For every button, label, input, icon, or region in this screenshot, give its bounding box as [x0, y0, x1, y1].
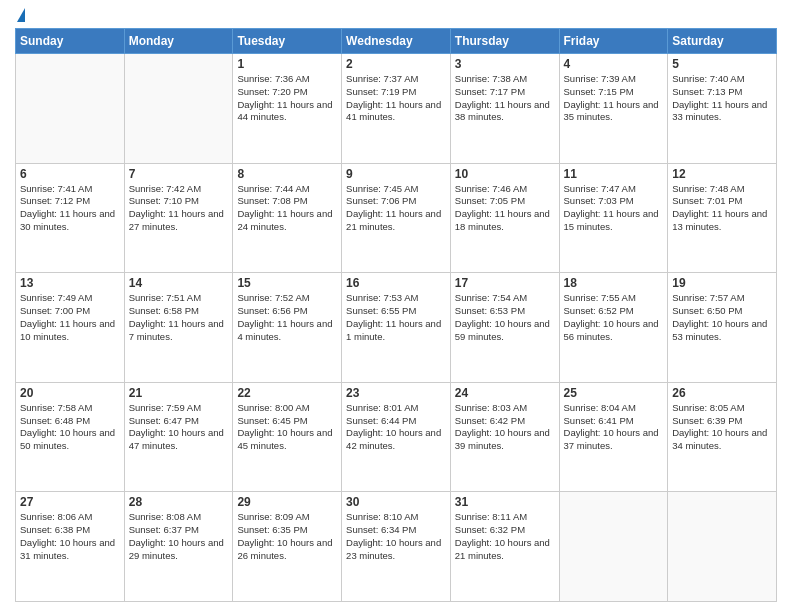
calendar-cell: 26Sunrise: 8:05 AM Sunset: 6:39 PM Dayli…	[668, 382, 777, 492]
day-info: Sunrise: 8:10 AM Sunset: 6:34 PM Dayligh…	[346, 511, 446, 562]
calendar-cell: 3Sunrise: 7:38 AM Sunset: 7:17 PM Daylig…	[450, 54, 559, 164]
calendar-cell	[124, 54, 233, 164]
week-row-5: 27Sunrise: 8:06 AM Sunset: 6:38 PM Dayli…	[16, 492, 777, 602]
calendar-cell	[16, 54, 125, 164]
day-info: Sunrise: 7:47 AM Sunset: 7:03 PM Dayligh…	[564, 183, 664, 234]
header-row: SundayMondayTuesdayWednesdayThursdayFrid…	[16, 29, 777, 54]
calendar-cell: 4Sunrise: 7:39 AM Sunset: 7:15 PM Daylig…	[559, 54, 668, 164]
day-info: Sunrise: 8:08 AM Sunset: 6:37 PM Dayligh…	[129, 511, 229, 562]
day-info: Sunrise: 7:45 AM Sunset: 7:06 PM Dayligh…	[346, 183, 446, 234]
calendar-cell	[668, 492, 777, 602]
day-number: 20	[20, 386, 120, 400]
calendar-cell: 7Sunrise: 7:42 AM Sunset: 7:10 PM Daylig…	[124, 163, 233, 273]
day-number: 18	[564, 276, 664, 290]
calendar-cell: 23Sunrise: 8:01 AM Sunset: 6:44 PM Dayli…	[342, 382, 451, 492]
calendar-cell: 5Sunrise: 7:40 AM Sunset: 7:13 PM Daylig…	[668, 54, 777, 164]
day-info: Sunrise: 7:37 AM Sunset: 7:19 PM Dayligh…	[346, 73, 446, 124]
day-number: 14	[129, 276, 229, 290]
day-number: 5	[672, 57, 772, 71]
day-info: Sunrise: 7:58 AM Sunset: 6:48 PM Dayligh…	[20, 402, 120, 453]
calendar-cell: 11Sunrise: 7:47 AM Sunset: 7:03 PM Dayli…	[559, 163, 668, 273]
calendar-cell: 13Sunrise: 7:49 AM Sunset: 7:00 PM Dayli…	[16, 273, 125, 383]
col-header-tuesday: Tuesday	[233, 29, 342, 54]
week-row-2: 6Sunrise: 7:41 AM Sunset: 7:12 PM Daylig…	[16, 163, 777, 273]
day-info: Sunrise: 7:54 AM Sunset: 6:53 PM Dayligh…	[455, 292, 555, 343]
col-header-saturday: Saturday	[668, 29, 777, 54]
day-info: Sunrise: 7:36 AM Sunset: 7:20 PM Dayligh…	[237, 73, 337, 124]
week-row-4: 20Sunrise: 7:58 AM Sunset: 6:48 PM Dayli…	[16, 382, 777, 492]
calendar-cell: 31Sunrise: 8:11 AM Sunset: 6:32 PM Dayli…	[450, 492, 559, 602]
calendar-table: SundayMondayTuesdayWednesdayThursdayFrid…	[15, 28, 777, 602]
day-info: Sunrise: 8:04 AM Sunset: 6:41 PM Dayligh…	[564, 402, 664, 453]
week-row-1: 1Sunrise: 7:36 AM Sunset: 7:20 PM Daylig…	[16, 54, 777, 164]
logo	[15, 10, 25, 22]
calendar-cell: 8Sunrise: 7:44 AM Sunset: 7:08 PM Daylig…	[233, 163, 342, 273]
calendar-cell: 15Sunrise: 7:52 AM Sunset: 6:56 PM Dayli…	[233, 273, 342, 383]
col-header-friday: Friday	[559, 29, 668, 54]
day-number: 22	[237, 386, 337, 400]
calendar-cell: 12Sunrise: 7:48 AM Sunset: 7:01 PM Dayli…	[668, 163, 777, 273]
day-number: 30	[346, 495, 446, 509]
col-header-wednesday: Wednesday	[342, 29, 451, 54]
day-number: 4	[564, 57, 664, 71]
day-number: 8	[237, 167, 337, 181]
calendar-cell: 10Sunrise: 7:46 AM Sunset: 7:05 PM Dayli…	[450, 163, 559, 273]
day-number: 17	[455, 276, 555, 290]
day-number: 15	[237, 276, 337, 290]
calendar-cell: 14Sunrise: 7:51 AM Sunset: 6:58 PM Dayli…	[124, 273, 233, 383]
calendar-cell: 6Sunrise: 7:41 AM Sunset: 7:12 PM Daylig…	[16, 163, 125, 273]
calendar-cell: 22Sunrise: 8:00 AM Sunset: 6:45 PM Dayli…	[233, 382, 342, 492]
day-info: Sunrise: 8:11 AM Sunset: 6:32 PM Dayligh…	[455, 511, 555, 562]
day-info: Sunrise: 7:38 AM Sunset: 7:17 PM Dayligh…	[455, 73, 555, 124]
day-info: Sunrise: 7:46 AM Sunset: 7:05 PM Dayligh…	[455, 183, 555, 234]
day-number: 1	[237, 57, 337, 71]
logo-icon	[17, 8, 25, 22]
day-info: Sunrise: 7:59 AM Sunset: 6:47 PM Dayligh…	[129, 402, 229, 453]
day-number: 26	[672, 386, 772, 400]
day-number: 13	[20, 276, 120, 290]
day-number: 27	[20, 495, 120, 509]
day-number: 6	[20, 167, 120, 181]
day-info: Sunrise: 8:09 AM Sunset: 6:35 PM Dayligh…	[237, 511, 337, 562]
day-number: 21	[129, 386, 229, 400]
day-info: Sunrise: 7:39 AM Sunset: 7:15 PM Dayligh…	[564, 73, 664, 124]
day-number: 29	[237, 495, 337, 509]
day-number: 2	[346, 57, 446, 71]
day-info: Sunrise: 7:49 AM Sunset: 7:00 PM Dayligh…	[20, 292, 120, 343]
col-header-thursday: Thursday	[450, 29, 559, 54]
day-info: Sunrise: 7:55 AM Sunset: 6:52 PM Dayligh…	[564, 292, 664, 343]
day-number: 3	[455, 57, 555, 71]
day-info: Sunrise: 8:05 AM Sunset: 6:39 PM Dayligh…	[672, 402, 772, 453]
calendar-cell: 1Sunrise: 7:36 AM Sunset: 7:20 PM Daylig…	[233, 54, 342, 164]
day-number: 16	[346, 276, 446, 290]
col-header-sunday: Sunday	[16, 29, 125, 54]
day-number: 31	[455, 495, 555, 509]
day-info: Sunrise: 7:42 AM Sunset: 7:10 PM Dayligh…	[129, 183, 229, 234]
day-info: Sunrise: 7:57 AM Sunset: 6:50 PM Dayligh…	[672, 292, 772, 343]
calendar-cell: 2Sunrise: 7:37 AM Sunset: 7:19 PM Daylig…	[342, 54, 451, 164]
day-number: 7	[129, 167, 229, 181]
calendar-cell: 17Sunrise: 7:54 AM Sunset: 6:53 PM Dayli…	[450, 273, 559, 383]
day-number: 28	[129, 495, 229, 509]
calendar-cell: 30Sunrise: 8:10 AM Sunset: 6:34 PM Dayli…	[342, 492, 451, 602]
day-info: Sunrise: 7:41 AM Sunset: 7:12 PM Dayligh…	[20, 183, 120, 234]
week-row-3: 13Sunrise: 7:49 AM Sunset: 7:00 PM Dayli…	[16, 273, 777, 383]
calendar-cell: 24Sunrise: 8:03 AM Sunset: 6:42 PM Dayli…	[450, 382, 559, 492]
logo-text	[15, 10, 25, 22]
day-info: Sunrise: 7:52 AM Sunset: 6:56 PM Dayligh…	[237, 292, 337, 343]
calendar-cell: 19Sunrise: 7:57 AM Sunset: 6:50 PM Dayli…	[668, 273, 777, 383]
calendar-cell: 25Sunrise: 8:04 AM Sunset: 6:41 PM Dayli…	[559, 382, 668, 492]
day-info: Sunrise: 7:48 AM Sunset: 7:01 PM Dayligh…	[672, 183, 772, 234]
calendar-cell: 16Sunrise: 7:53 AM Sunset: 6:55 PM Dayli…	[342, 273, 451, 383]
day-number: 19	[672, 276, 772, 290]
day-info: Sunrise: 7:44 AM Sunset: 7:08 PM Dayligh…	[237, 183, 337, 234]
calendar-cell	[559, 492, 668, 602]
calendar-cell: 27Sunrise: 8:06 AM Sunset: 6:38 PM Dayli…	[16, 492, 125, 602]
page: SundayMondayTuesdayWednesdayThursdayFrid…	[0, 0, 792, 612]
calendar-cell: 21Sunrise: 7:59 AM Sunset: 6:47 PM Dayli…	[124, 382, 233, 492]
day-number: 12	[672, 167, 772, 181]
day-number: 23	[346, 386, 446, 400]
day-number: 25	[564, 386, 664, 400]
day-info: Sunrise: 7:40 AM Sunset: 7:13 PM Dayligh…	[672, 73, 772, 124]
calendar-cell: 28Sunrise: 8:08 AM Sunset: 6:37 PM Dayli…	[124, 492, 233, 602]
